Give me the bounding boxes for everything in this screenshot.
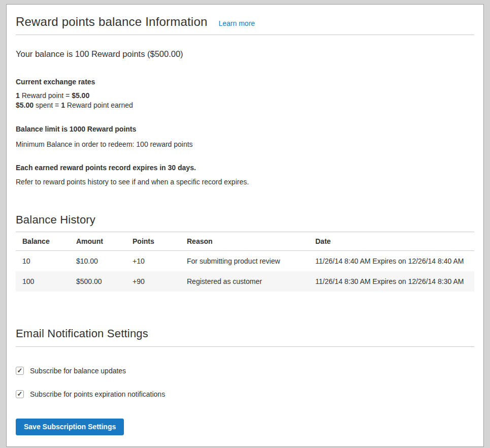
cell-amount: $500.00	[70, 271, 126, 292]
cell-date: 11/26/14 8:40 AM Expires on 12/26/14 8:4…	[309, 251, 474, 272]
minimum-balance-notice: Minimum Balance in order to redeem: 100 …	[16, 139, 474, 149]
cell-balance: 10	[16, 251, 70, 272]
save-subscription-settings-button[interactable]: Save Subscription Settings	[16, 419, 124, 435]
table-header-row: Balance Amount Points Reason Date	[16, 232, 474, 251]
cell-points: +10	[126, 251, 180, 272]
cell-date: 11/26/14 8:30 AM Expires on 12/26/14 8:3…	[309, 271, 474, 292]
balance-summary: Your balance is 100 Reward points ($500.…	[16, 48, 474, 59]
reward-points-panel: Reward points balance Information Learn …	[6, 4, 484, 447]
page-title: Reward points balance Information	[16, 14, 207, 29]
cell-reason: For submitting product review	[180, 251, 309, 272]
exchange-rates: 1 Reward point = $5.00 $5.00 spent = 1 R…	[16, 91, 474, 110]
rate-text: Reward point =	[20, 91, 72, 100]
learn-more-link[interactable]: Learn more	[218, 19, 255, 27]
cell-points: +90	[126, 271, 180, 292]
column-header-reason: Reason	[180, 232, 309, 251]
rate-points-value: 1	[61, 101, 65, 109]
subscription-checkbox-1[interactable]	[16, 390, 24, 398]
page-header: Reward points balance Information Learn …	[16, 5, 474, 35]
balance-history-table: Balance Amount Points Reason Date 10 $10…	[16, 232, 474, 292]
balance-history-title: Balance History	[16, 213, 474, 227]
expiration-notice: Each earned reward points record expires…	[16, 163, 474, 173]
email-notifications-title: Email Notification Settings	[16, 327, 474, 341]
column-header-date: Date	[309, 232, 474, 251]
column-header-points: Points	[126, 232, 180, 251]
subscription-checkbox-0[interactable]	[16, 367, 24, 375]
expiration-note: Refer to reward points history to see if…	[16, 177, 474, 187]
column-header-amount: Amount	[70, 232, 126, 251]
exchange-rates-heading: Current exchange rates	[16, 77, 474, 87]
rate-text: spent =	[34, 101, 61, 109]
cell-reason: Registered as customer	[180, 271, 309, 292]
rate-money-value: $5.00	[16, 101, 34, 109]
subscription-label: Subscribe for points expiration notifica…	[30, 390, 165, 398]
balance-limit-notice: Balance limit is 1000 Reward points	[16, 124, 474, 134]
column-header-balance: Balance	[16, 232, 70, 251]
subscription-label: Subscribe for balance updates	[30, 367, 126, 375]
rate-points-value: 1	[16, 91, 20, 100]
cell-amount: $10.00	[70, 251, 126, 272]
table-row: 10 $10.00 +10 For submitting product rev…	[16, 251, 474, 272]
email-notifications-header: Email Notification Settings	[16, 327, 474, 347]
rate-money-value: $5.00	[72, 91, 89, 100]
balance-history-header: Balance History	[16, 213, 474, 232]
subscription-option-balance-updates[interactable]: Subscribe for balance updates	[16, 367, 474, 375]
exchange-rate-line-1: 1 Reward point = $5.00	[16, 91, 474, 101]
table-row: 100 $500.00 +90 Registered as customer 1…	[16, 271, 474, 292]
cell-balance: 100	[16, 271, 70, 292]
exchange-rate-line-2: $5.00 spent = 1 Reward point earned	[16, 101, 474, 110]
subscription-option-expiration-notifications[interactable]: Subscribe for points expiration notifica…	[16, 390, 474, 398]
rate-text: Reward point earned	[65, 101, 133, 109]
